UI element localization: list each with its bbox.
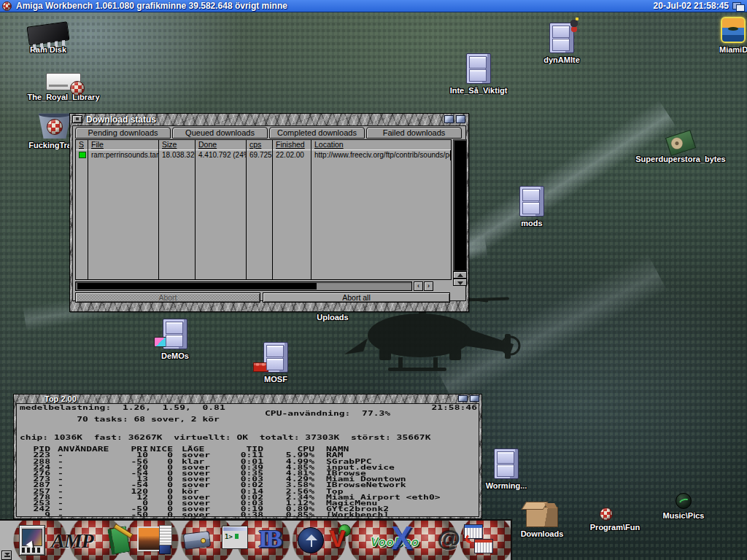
workbench-screen: Amiga Workbench 1.061.080 grafikminne 39… bbox=[0, 0, 747, 560]
dock-icon[interactable] bbox=[298, 527, 324, 553]
depth-gadget[interactable] bbox=[456, 115, 465, 123]
cpu-usage: CPU-användning: 77.3% bbox=[265, 411, 390, 416]
table-cell-location[interactable]: http://www.freeciv.org/ftp/contrib/sound… bbox=[311, 150, 451, 160]
dock-icon[interactable]: @ bbox=[438, 526, 460, 551]
desktop-icon[interactable]: Worming... bbox=[476, 481, 537, 490]
desktop-icon[interactable]: Ram Disk bbox=[7, 45, 89, 54]
desktop-icon-label: mods bbox=[511, 219, 553, 228]
desktop-icon[interactable]: DeMOs bbox=[150, 351, 200, 360]
dock-icon-decoration bbox=[26, 540, 39, 553]
memory-summary: chip: 1036K fast: 36267K virtuellt: OK t… bbox=[20, 435, 477, 440]
window-title[interactable]: Top 2.00 bbox=[44, 394, 77, 403]
desktop-icon[interactable]: MOSF bbox=[255, 375, 296, 384]
desktop-icon-glyph bbox=[526, 507, 558, 527]
table-cell-finished[interactable]: 22.02.00 bbox=[273, 150, 311, 160]
desktop-icon[interactable]: The_Royal_Library bbox=[9, 93, 118, 101]
top-clock: 21:58:46 bbox=[431, 405, 477, 411]
column-header[interactable]: cps bbox=[247, 140, 273, 150]
dock-icon[interactable] bbox=[19, 525, 45, 556]
desktop-icon-glyph bbox=[263, 342, 288, 373]
table-cell-file[interactable]: ram:perrinsounds.tar.gz bbox=[88, 150, 159, 160]
boing-ball-icon bbox=[2, 1, 12, 11]
abort-all-button[interactable]: Abort all bbox=[263, 292, 450, 303]
desktop-icon[interactable]: dynAMIte bbox=[533, 55, 591, 64]
screen-depth-gadget[interactable] bbox=[732, 1, 745, 11]
icon-decoration bbox=[154, 337, 167, 347]
screen-title-bar[interactable]: Amiga Workbench 1.061.080 grafikminne 39… bbox=[0, 0, 747, 12]
icon-decoration bbox=[569, 18, 581, 32]
column-header[interactable]: S bbox=[76, 140, 88, 150]
abort-button[interactable]: Abort bbox=[75, 292, 260, 303]
dock-icon-label2 bbox=[111, 529, 113, 542]
download-tab[interactable]: Queued downloads bbox=[172, 127, 268, 139]
top-window-content: medelbelastning: 1.26, 1.59, 0.81 21:58:… bbox=[16, 403, 479, 517]
column-header[interactable]: Finished bbox=[273, 140, 311, 150]
dock-icon-label2: X bbox=[391, 522, 412, 554]
desktop-icon[interactable]: Program\Fun bbox=[582, 523, 648, 532]
desktop-icon-label: MiamiD bbox=[719, 45, 747, 54]
dock-icon[interactable] bbox=[183, 531, 211, 550]
desktop-icon[interactable]: Uploads bbox=[306, 313, 359, 322]
window-title[interactable]: Download status bbox=[86, 114, 156, 125]
desktop-icon-glyph bbox=[46, 73, 81, 90]
table-cell-done[interactable]: 4.410.792 (24%) bbox=[196, 150, 247, 160]
close-gadget[interactable] bbox=[72, 115, 82, 123]
top-window: Top 2.00 medelbelastning: 1.26, 1.59, 0.… bbox=[13, 394, 482, 519]
column-header[interactable]: Location bbox=[311, 140, 451, 150]
iconify-gadget[interactable] bbox=[444, 115, 454, 123]
download-tab[interactable]: Failed downloads bbox=[366, 127, 462, 139]
dock-icon-label: @ bbox=[438, 526, 460, 551]
scroll-right-button[interactable]: › bbox=[424, 281, 433, 291]
column-header[interactable]: File bbox=[88, 140, 159, 150]
table-cell-status[interactable] bbox=[76, 150, 88, 160]
desktop-icon-glyph bbox=[494, 448, 519, 479]
horizontal-scrollbar[interactable] bbox=[75, 281, 412, 291]
process-row: 9 - -50 0 sover 0:38 0.85% [Workbench] bbox=[20, 512, 477, 517]
dock-icon[interactable]: 1> bbox=[222, 526, 248, 549]
depth-gadget[interactable] bbox=[470, 395, 479, 402]
desktop-icon[interactable]: Music\Pics bbox=[657, 511, 711, 520]
download-table: S File Size Done cps Finished Location r… bbox=[75, 139, 452, 280]
column-header[interactable]: Size bbox=[159, 140, 196, 150]
dock-icon[interactable]: IB bbox=[258, 526, 280, 551]
dock-icon-label2 bbox=[184, 534, 185, 547]
vertical-scrollbar[interactable] bbox=[453, 139, 467, 271]
screen-clock: 20-Jul-02 21:58:45 bbox=[654, 1, 729, 11]
download-tabs: Pending downloads Queued downloads Compl… bbox=[75, 127, 463, 139]
desktop-icon-glyph bbox=[676, 493, 692, 509]
iconify-gadget[interactable] bbox=[458, 395, 468, 402]
dock-icon[interactable] bbox=[107, 526, 131, 555]
dock-minimize-button[interactable] bbox=[1, 551, 12, 560]
top-output-text: medelbelastning: 1.26, 1.59, 0.81 21:58:… bbox=[20, 405, 477, 517]
desktop-icon[interactable]: Superduperstora_bytes bbox=[629, 155, 732, 163]
desktop-icon-label: Program\Fun bbox=[582, 523, 648, 532]
scrollbar-thumb[interactable] bbox=[77, 283, 317, 289]
table-cell-cps[interactable]: 69.725 bbox=[247, 150, 273, 160]
icon-decoration bbox=[47, 119, 63, 135]
dock-icon[interactable] bbox=[464, 524, 496, 556]
load-average: medelbelastning: 1.26, 1.59, 0.81 bbox=[20, 405, 225, 411]
dock-icon-label: 1> bbox=[225, 533, 233, 540]
desktop-icon[interactable]: mods bbox=[511, 219, 553, 228]
download-tab[interactable]: Completed downloads bbox=[269, 127, 365, 139]
amidock-toolbar: AMP bbox=[0, 519, 512, 560]
desktop-icon-glyph bbox=[549, 23, 574, 53]
dock-icon[interactable]: VooDoo X bbox=[371, 525, 438, 557]
scroll-up-button[interactable] bbox=[453, 271, 467, 279]
dock-icon[interactable]: AMP bbox=[51, 529, 93, 553]
desktop-icon[interactable]: Downloads bbox=[514, 529, 570, 538]
dock-icon[interactable]: V bbox=[330, 526, 345, 551]
table-empty-area bbox=[76, 160, 88, 279]
scroll-down-button[interactable] bbox=[453, 279, 467, 286]
desktop-icon-glyph bbox=[466, 53, 491, 84]
desktop-icon-glyph bbox=[519, 186, 544, 217]
desktop-icon[interactable]: Inte_Så_Viktigt bbox=[439, 86, 518, 95]
table-cell-size[interactable]: 18.038.326 bbox=[159, 150, 196, 160]
download-tab[interactable]: Pending downloads bbox=[75, 127, 171, 139]
column-header[interactable]: Done bbox=[196, 140, 247, 150]
desktop-icon[interactable]: MiamiD bbox=[719, 45, 747, 54]
desktop-icon-glyph bbox=[163, 319, 187, 349]
scroll-left-button[interactable]: ‹ bbox=[414, 281, 423, 291]
dock-icon[interactable] bbox=[137, 525, 172, 554]
dock-icon-decoration bbox=[464, 533, 475, 544]
